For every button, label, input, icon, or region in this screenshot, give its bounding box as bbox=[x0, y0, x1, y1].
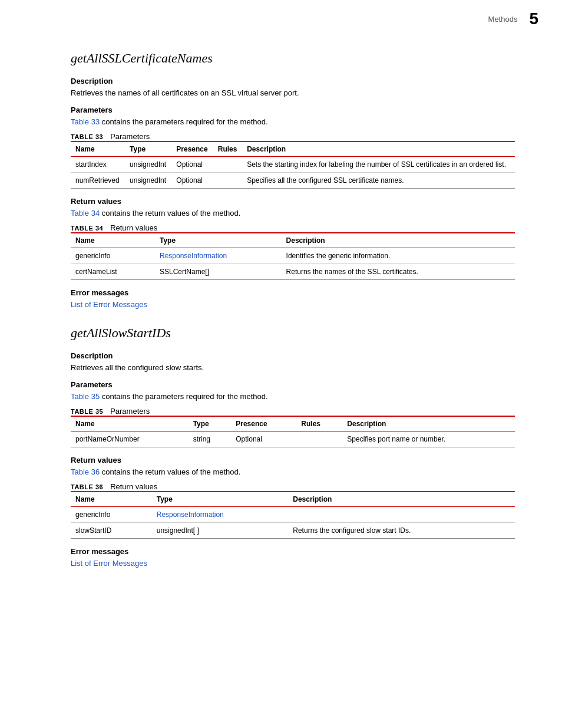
error-messages-link-2[interactable]: List of Error Messages bbox=[71, 559, 147, 568]
description-section-1: Description Retrieves the names of all c… bbox=[71, 77, 515, 97]
col-description: Description bbox=[282, 233, 515, 248]
return-values-section-1: Return values Table 34 contains the retu… bbox=[71, 197, 515, 280]
table34-label-row: TABLE 34 Return values bbox=[71, 223, 515, 232]
error-messages-heading-1: Error messages bbox=[71, 288, 515, 297]
col-name: Name bbox=[71, 233, 155, 248]
cell-name: slowStartID bbox=[71, 523, 152, 539]
return-values-section-2: Return values Table 36 contains the retu… bbox=[71, 456, 515, 539]
table34-link[interactable]: Table 34 bbox=[71, 209, 100, 218]
parameters-heading-2: Parameters bbox=[71, 380, 515, 389]
page-number: 5 bbox=[529, 11, 538, 27]
method-getAllSlowStartIDs: getAllSlowStartIDs Description Retrieves… bbox=[71, 325, 515, 568]
cell-name: portNameOrNumber bbox=[71, 431, 189, 447]
return-values-heading-2: Return values bbox=[71, 456, 515, 465]
table-row: portNameOrNumber string Optional Specifi… bbox=[71, 431, 515, 447]
chapter-label: Methods bbox=[488, 15, 518, 24]
cell-description bbox=[288, 507, 515, 523]
description-heading-1: Description bbox=[71, 77, 515, 85]
col-presence: Presence bbox=[171, 141, 213, 157]
cell-type: unsignedInt[ ] bbox=[152, 523, 289, 539]
error-messages-section-2: Error messages List of Error Messages bbox=[71, 547, 515, 568]
table-row: numRetrieved unsignedInt Optional Specif… bbox=[71, 173, 515, 189]
cell-description: Returns the names of the SSL certificate… bbox=[282, 264, 515, 280]
error-messages-link-1[interactable]: List of Error Messages bbox=[71, 300, 147, 309]
method-title-1: getAllSSLCertificateNames bbox=[71, 51, 515, 66]
col-type: Type bbox=[155, 233, 282, 248]
cell-type: ResponseInformation bbox=[155, 248, 282, 264]
main-content: getAllSSLCertificateNames Description Re… bbox=[0, 33, 562, 595]
ResponseInformation-link-1[interactable]: ResponseInformation bbox=[160, 252, 227, 260]
table34: Name Type Description genericInfo Respon… bbox=[71, 232, 515, 280]
cell-presence: Optional bbox=[171, 157, 213, 173]
cell-description: Identifies the generic information. bbox=[282, 248, 515, 264]
parameters-intro-1: Table 33 contains the parameters require… bbox=[71, 117, 515, 126]
cell-presence: Optional bbox=[231, 431, 296, 447]
table35-caption: Parameters bbox=[110, 407, 150, 416]
col-name: Name bbox=[71, 416, 189, 431]
col-description: Description bbox=[288, 492, 515, 507]
table-row: certNameList SSLCertName[] Returns the n… bbox=[71, 264, 515, 280]
col-type: Type bbox=[152, 492, 289, 507]
table33-header-row: Name Type Presence Rules Description bbox=[71, 141, 515, 157]
table36: Name Type Description genericInfo Respon… bbox=[71, 491, 515, 539]
col-type: Type bbox=[125, 141, 171, 157]
table36-label: TABLE 36 bbox=[71, 483, 103, 490]
table33-label: TABLE 33 bbox=[71, 133, 103, 140]
col-description: Description bbox=[242, 141, 515, 157]
cell-type: SSLCertName[] bbox=[155, 264, 282, 280]
table35-label: TABLE 35 bbox=[71, 408, 103, 415]
description-text-2: Retrieves all the configured slow starts… bbox=[71, 363, 515, 372]
cell-type: string bbox=[189, 431, 232, 447]
parameters-section-2: Parameters Table 35 contains the paramet… bbox=[71, 380, 515, 447]
table33-link[interactable]: Table 33 bbox=[71, 117, 100, 126]
table35: Name Type Presence Rules Description por… bbox=[71, 416, 515, 447]
cell-rules bbox=[213, 173, 242, 189]
cell-name: certNameList bbox=[71, 264, 155, 280]
parameters-section-1: Parameters Table 33 contains the paramet… bbox=[71, 106, 515, 189]
table34-label: TABLE 34 bbox=[71, 225, 103, 232]
cell-description: Specifies all the configured SSL certifi… bbox=[242, 173, 515, 189]
return-values-intro-1: Table 34 contains the return values of t… bbox=[71, 209, 515, 218]
col-description: Description bbox=[342, 416, 515, 431]
cell-description: Specifies port name or number. bbox=[342, 431, 515, 447]
page-container: Methods 5 getAllSSLCertificateNames Desc… bbox=[0, 0, 562, 728]
return-values-intro-2: Table 36 contains the return values of t… bbox=[71, 467, 515, 476]
cell-name: numRetrieved bbox=[71, 173, 125, 189]
method-title-2: getAllSlowStartIDs bbox=[71, 325, 515, 341]
table33-caption: Parameters bbox=[110, 132, 150, 141]
method-getAllSSLCertificateNames: getAllSSLCertificateNames Description Re… bbox=[71, 51, 515, 309]
description-section-2: Description Retrieves all the configured… bbox=[71, 351, 515, 372]
page-header: Methods 5 bbox=[0, 0, 562, 33]
cell-description: Returns the configured slow start IDs. bbox=[288, 523, 515, 539]
col-name: Name bbox=[71, 141, 125, 157]
cell-type: unsignedInt bbox=[125, 157, 171, 173]
error-messages-section-1: Error messages List of Error Messages bbox=[71, 288, 515, 309]
col-rules: Rules bbox=[296, 416, 342, 431]
parameters-intro-2: Table 35 contains the parameters require… bbox=[71, 392, 515, 401]
cell-name: genericInfo bbox=[71, 507, 152, 523]
table33: Name Type Presence Rules Description sta… bbox=[71, 141, 515, 189]
return-values-heading-1: Return values bbox=[71, 197, 515, 206]
description-heading-2: Description bbox=[71, 351, 515, 360]
col-type: Type bbox=[189, 416, 232, 431]
table36-link[interactable]: Table 36 bbox=[71, 467, 100, 476]
ResponseInformation-link-2[interactable]: ResponseInformation bbox=[157, 510, 224, 519]
table-row: startIndex unsignedInt Optional Sets the… bbox=[71, 157, 515, 173]
cell-type: unsignedInt bbox=[125, 173, 171, 189]
table36-caption: Return values bbox=[110, 482, 157, 491]
col-name: Name bbox=[71, 492, 152, 507]
table34-header-row: Name Type Description bbox=[71, 233, 515, 248]
table-row: genericInfo ResponseInformation Identifi… bbox=[71, 248, 515, 264]
cell-type: ResponseInformation bbox=[152, 507, 289, 523]
table35-header-row: Name Type Presence Rules Description bbox=[71, 416, 515, 431]
parameters-heading-1: Parameters bbox=[71, 106, 515, 114]
cell-name: startIndex bbox=[71, 157, 125, 173]
table33-label-row: TABLE 33 Parameters bbox=[71, 132, 515, 141]
table34-caption: Return values bbox=[110, 223, 157, 232]
table-row: slowStartID unsignedInt[ ] Returns the c… bbox=[71, 523, 515, 539]
description-text-1: Retrieves the names of all certificates … bbox=[71, 88, 515, 97]
cell-rules bbox=[213, 157, 242, 173]
table35-link[interactable]: Table 35 bbox=[71, 392, 100, 401]
table36-label-row: TABLE 36 Return values bbox=[71, 482, 515, 491]
cell-rules bbox=[296, 431, 342, 447]
